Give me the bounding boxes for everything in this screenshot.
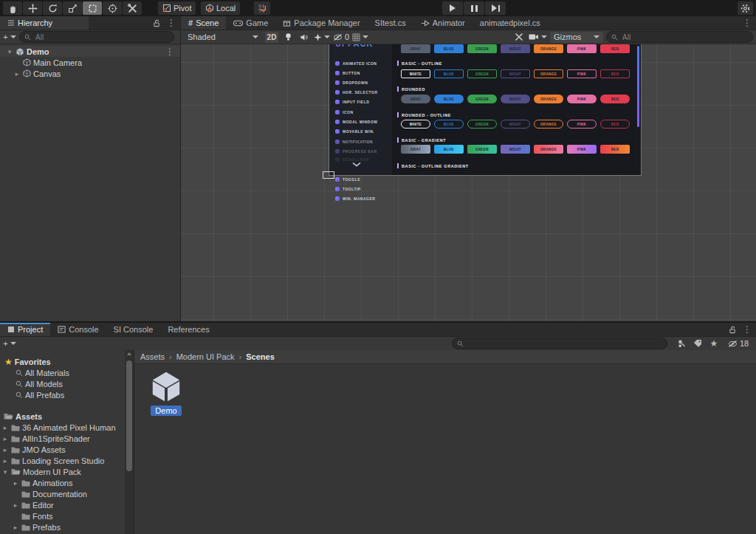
tab-game[interactable]: Game [226,16,275,30]
tree-item[interactable]: Documentation [0,488,126,499]
demo-button[interactable]: RED [600,120,630,129]
tab-si-console[interactable]: SI Console [106,323,161,336]
demo-button[interactable]: BLUE [434,95,464,103]
demo-menu-item[interactable]: MODAL WINDOW [335,118,378,125]
grid-visibility-button[interactable] [352,32,368,43]
scroll-up-arrow-icon[interactable] [127,352,131,355]
demo-menu-item[interactable]: ANIMATED ICON [335,60,377,66]
demo-button[interactable]: BLUE [434,120,464,129]
asset-demo-scene[interactable]: Demo [148,369,185,416]
shading-mode-dropdown[interactable]: Shaded [184,32,262,43]
scrollbar-thumb[interactable] [126,360,132,471]
demo-button[interactable]: NIGHT [501,145,530,154]
tab-animatedpixel-cs[interactable]: animatedpixel.cs [472,16,548,30]
demo-button[interactable]: NIGHT [501,95,530,103]
hierarchy-item-main-camera[interactable]: Main Camera [0,57,180,68]
demo-menu-item[interactable]: WIN. MANAGER [335,195,375,202]
demo-button[interactable]: GREEN [467,95,497,103]
tab-scene[interactable]: # Scene [181,16,226,30]
demo-scrollbar[interactable] [637,46,639,127]
demo-menu-item[interactable]: ICON [335,109,354,115]
tree-item[interactable]: ▸ Prefabs [0,521,126,533]
project-content-area[interactable]: Assets › Modern UI Pack › Scenes Demo [134,350,756,534]
demo-button[interactable]: WHITE [401,120,430,129]
kebab-menu-icon[interactable]: ⋮ [743,18,756,27]
demo-menu-scroll-chevron[interactable] [351,162,362,167]
move-tool-button[interactable] [23,1,42,15]
scene-search[interactable] [606,31,753,43]
chevron-right-icon[interactable]: ▸ [13,70,21,78]
demo-button[interactable]: GRAY [401,95,430,103]
demo-button[interactable]: BLUE [434,44,464,53]
demo-button[interactable]: NIGHT [501,120,530,129]
scene-row-demo[interactable]: ▾ Demo ⋮ [0,46,180,57]
demo-button[interactable]: NIGHT [501,69,530,78]
tab-package-manager[interactable]: Package Manager [275,16,367,30]
favorite-item-all-materials[interactable]: All Materials [0,367,126,378]
tree-item[interactable]: ▸ 36 Animated Pixel Human [0,422,126,433]
hierarchy-search-input[interactable] [34,32,169,42]
chevron-right-icon[interactable]: ▸ [1,424,9,431]
scene-viewport[interactable]: UI PACK GRAY BLUE GREEN NIGHT ORANGE PIN… [181,44,756,321]
hierarchy-search[interactable] [19,31,174,43]
demo-menu-item[interactable]: DROPDOWN [335,79,368,86]
tab-console[interactable]: Console [50,323,106,336]
saved-search-star-button[interactable]: ★ [707,338,721,349]
demo-button[interactable]: ORANGE [534,145,563,154]
chevron-right-icon[interactable]: ▸ [12,502,19,509]
demo-menu-item[interactable]: HOR. SELECTOR [335,89,378,95]
demo-button[interactable]: PINK [567,69,597,78]
audio-toggle-button[interactable] [298,32,311,43]
demo-button[interactable]: GREEN [467,69,497,78]
demo-menu-item[interactable]: TOGGLE [335,176,360,182]
chevron-right-icon[interactable]: ▸ [12,479,19,487]
breadcrumb-scenes[interactable]: Scenes [246,352,275,361]
tab-hierarchy[interactable]: Hierarchy [0,16,89,30]
demo-menu-item[interactable]: BUTTON [335,69,360,76]
demo-button[interactable]: GRAY [401,44,430,53]
demo-button[interactable]: ORANGE [534,44,563,53]
tree-item[interactable]: ▸ Loading Screen Studio [0,455,126,466]
demo-button[interactable]: PINK [567,95,597,103]
demo-button[interactable]: BLUE [434,145,464,154]
tree-item[interactable]: ▸ Editor [0,499,126,510]
tree-item[interactable]: ▸ AllIn1SpriteShader [0,433,126,444]
tab-animator[interactable]: Animator [413,16,472,30]
favorites-header[interactable]: ★ Favorites [0,356,126,367]
lock-icon[interactable] [153,19,161,27]
tree-item[interactable]: ▸ JMO Assets [0,444,126,455]
grid-snapping-button[interactable] [254,1,270,15]
rect-tool-button[interactable] [83,1,102,15]
demo-button[interactable]: GREEN [467,44,497,53]
favorite-item-all-prefabs[interactable]: All Prefabs [0,389,126,400]
tab-references[interactable]: References [160,323,216,336]
lock-icon[interactable] [729,326,737,334]
tab-sitest-cs[interactable]: SItest.cs [368,16,413,30]
demo-button[interactable]: PINK [567,145,597,154]
kebab-menu-icon[interactable]: ⋮ [743,325,752,334]
create-asset-button[interactable]: + [3,338,16,349]
breadcrumb-modern-ui-pack[interactable]: Modern UI Pack [176,352,235,361]
demo-button[interactable]: RED [600,145,630,154]
demo-button[interactable]: BLUE [434,69,464,78]
demo-button[interactable]: ORANGE [534,69,563,78]
demo-menu-item[interactable]: NOTIFICATION [335,138,373,145]
editor-settings-button[interactable] [738,1,753,15]
demo-button[interactable]: RED [600,95,630,103]
scene-camera-button[interactable] [529,32,547,43]
search-by-type-button[interactable] [675,338,688,349]
tree-item-modern-ui-pack[interactable]: ▾ Modern UI Pack [0,466,126,477]
demo-menu-item[interactable]: MOVABLE WIN. [335,128,374,134]
tree-item[interactable]: Fonts [0,510,126,521]
demo-button[interactable]: ORANGE [534,120,563,129]
demo-menu-item[interactable]: PROGRESS BAR [335,148,377,154]
tree-item[interactable]: ▸ Animations [0,477,126,488]
assets-root-row[interactable]: Assets [0,411,126,422]
custom-tools-button[interactable] [123,1,142,15]
play-button[interactable] [442,1,463,15]
2d-mode-button[interactable]: 2D [265,32,278,43]
effects-dropdown-button[interactable] [314,32,330,43]
project-search-input[interactable] [467,339,662,349]
chevron-down-icon[interactable]: ▾ [1,468,9,476]
lighting-toggle-button[interactable] [281,32,295,43]
